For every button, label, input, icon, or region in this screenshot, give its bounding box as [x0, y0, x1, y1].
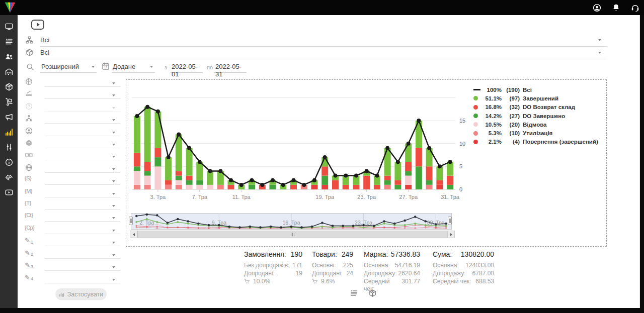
- svg-text:5: 5: [459, 163, 462, 169]
- cube-icon: [25, 139, 33, 147]
- video-help-button[interactable]: [31, 20, 44, 30]
- scrollbar-thumb[interactable]: [137, 231, 447, 238]
- chevron-down-icon[interactable]: [112, 230, 115, 232]
- chevron-down-icon[interactable]: [112, 193, 115, 195]
- chevron-down-icon[interactable]: [112, 217, 115, 219]
- products-cube-toggle-icon: [368, 289, 377, 297]
- products-cube-toggle-icon[interactable]: [368, 289, 377, 298]
- notifications-bell-icon[interactable]: [611, 3, 621, 13]
- chevron-down-icon[interactable]: [112, 132, 115, 134]
- brand-logo[interactable]: [4, 1, 17, 14]
- sidebar-item-warehouse-icon[interactable]: [0, 64, 18, 79]
- category-filter-row[interactable]: Всі: [25, 35, 607, 46]
- stat-column: Товари:249Основні:225Допродані:249.6%: [312, 250, 353, 285]
- sidebar-item-users-icon[interactable]: [0, 49, 18, 64]
- megaphone-icon: [5, 113, 14, 122]
- filter-row-globe-grid[interactable]: [25, 162, 120, 174]
- filter-row-level-ruler[interactable]: [25, 88, 120, 100]
- chevron-down-icon[interactable]: [112, 242, 115, 244]
- filter-row-pencil-4[interactable]: ✎4: [25, 273, 120, 285]
- scroll-left-button[interactable]: [130, 231, 137, 238]
- sidebar-item-video-tutorial-icon[interactable]: [0, 185, 18, 200]
- chart-scrollbar: [130, 231, 455, 238]
- date-to-input[interactable]: 2022-05-31: [214, 61, 247, 73]
- sidebar-item-analytics-bars-icon[interactable]: [0, 125, 18, 140]
- orders-chart[interactable]: 0510153. Тра7. Тра11. Тра19. Тра23. Тра2…: [127, 82, 469, 203]
- chevron-down-icon[interactable]: [112, 279, 115, 281]
- filter-row-cube[interactable]: [25, 138, 120, 150]
- product-filter-value[interactable]: Всі: [40, 49, 49, 56]
- navigator-right-handle[interactable]: [448, 217, 452, 225]
- users-icon: [5, 52, 14, 61]
- sidebar-item-handshake-icon[interactable]: [0, 170, 18, 185]
- user-account-icon[interactable]: [592, 3, 602, 13]
- chevron-down-icon[interactable]: [112, 168, 115, 170]
- filter-row-token-cp[interactable]: {Cp}: [25, 224, 120, 236]
- legend-count: (97): [502, 95, 520, 101]
- filter-row-pencil-1[interactable]: ✎1: [25, 236, 120, 248]
- filter-row-banknote[interactable]: [25, 150, 120, 162]
- chevron-down-icon[interactable]: [112, 180, 115, 182]
- filter-row-token-ct[interactable]: {Ct}: [25, 211, 120, 223]
- chevron-down-icon[interactable]: [598, 39, 601, 41]
- legend-item[interactable]: 10.5%(20)Відмова: [473, 120, 605, 129]
- search-mode-select[interactable]: Розширений: [40, 61, 97, 73]
- product-filter-row[interactable]: Всі: [25, 48, 607, 58]
- category-filter-value[interactable]: Всі: [40, 36, 49, 44]
- token-s-icon: {S}: [25, 175, 31, 181]
- apply-button[interactable]: Застосувати: [55, 288, 107, 300]
- filter-row-hierarchy[interactable]: [25, 113, 120, 125]
- sidebar-item-desktop-icon[interactable]: [0, 19, 18, 34]
- legend-item[interactable]: 14.2%(27)DO Завершено: [473, 112, 605, 120]
- legend-label: Відмова: [523, 122, 547, 128]
- filter-row-globe-sphere[interactable]: [25, 76, 120, 88]
- stat-title: Маржа:: [364, 250, 388, 258]
- filter-row-pencil-3[interactable]: ✎3: [25, 260, 120, 272]
- svg-text:23. Тра: 23. Тра: [355, 220, 372, 226]
- orders-list-toggle-icon[interactable]: [350, 289, 359, 298]
- chevron-down-icon[interactable]: [112, 119, 115, 121]
- support-headset-icon[interactable]: [630, 3, 640, 13]
- stat-cart-percent: 9.6%: [321, 278, 335, 286]
- legend-item[interactable]: 51.1%(97)Завершений: [473, 94, 605, 102]
- chevron-down-icon[interactable]: [112, 266, 115, 268]
- scroll-right-button[interactable]: [447, 231, 455, 238]
- filter-row-user-circle[interactable]: [25, 126, 120, 138]
- sidebar-item-trolley-icon[interactable]: [0, 94, 18, 110]
- filter-row-token-t[interactable]: {T}: [25, 199, 120, 211]
- token-t-icon: {T}: [25, 200, 31, 206]
- filter-row-question-circle[interactable]: [25, 101, 120, 113]
- legend-item[interactable]: 16.8%(32)DO Возврат склад: [473, 103, 605, 112]
- chevron-down-icon[interactable]: [112, 156, 115, 158]
- chevron-down-icon[interactable]: [112, 205, 115, 207]
- date-from-input[interactable]: 2022-05-01: [171, 61, 203, 73]
- package-outline-icon: [25, 48, 34, 57]
- date-field-select[interactable]: Додане: [112, 61, 155, 73]
- chevron-down-icon[interactable]: [112, 82, 115, 84]
- navigator-left-handle[interactable]: [129, 217, 133, 225]
- legend-item[interactable]: 5.3%(10)Утилізація: [473, 129, 605, 137]
- filter-row-token-s[interactable]: {S}: [25, 174, 120, 186]
- legend-item[interactable]: 100%(190)Всі: [473, 85, 605, 94]
- sidebar-item-package-icon[interactable]: [0, 79, 18, 94]
- chevron-down-icon[interactable]: [112, 107, 115, 109]
- chevron-down-icon[interactable]: [112, 144, 115, 146]
- sidebar-item-megaphone-icon[interactable]: [0, 110, 18, 125]
- sidebar-item-sliders-icon[interactable]: [0, 140, 18, 155]
- chevron-down-icon[interactable]: [598, 52, 601, 54]
- chart-navigator[interactable]: 2. Тра9. Тра16. Тра23. Тра30. Тра: [131, 213, 452, 230]
- search-filter-row: Розширений 17 Додане з 2022-05-01 по 202…: [25, 61, 327, 73]
- stat-sub-value: 225: [343, 262, 353, 270]
- sidebar-item-orders-list-icon[interactable]: [0, 34, 18, 49]
- filter-row-pencil-2[interactable]: ✎2: [25, 248, 120, 260]
- stat-title: Сума:: [433, 250, 452, 258]
- banknote-icon: [25, 151, 33, 159]
- filter-row-token-m[interactable]: {M}: [25, 187, 120, 199]
- stat-column: Сума:130820.00Основна:124033.00Допродажу…: [433, 250, 494, 285]
- sidebar-item-info-icon[interactable]: [0, 155, 18, 170]
- trolley-icon: [5, 97, 14, 107]
- stat-sub-label: Без допродажів:: [244, 262, 289, 270]
- chevron-down-icon[interactable]: [112, 254, 115, 256]
- legend-item[interactable]: 2.1%(4)Повернення (завершений): [473, 138, 605, 146]
- chevron-down-icon[interactable]: [112, 94, 115, 96]
